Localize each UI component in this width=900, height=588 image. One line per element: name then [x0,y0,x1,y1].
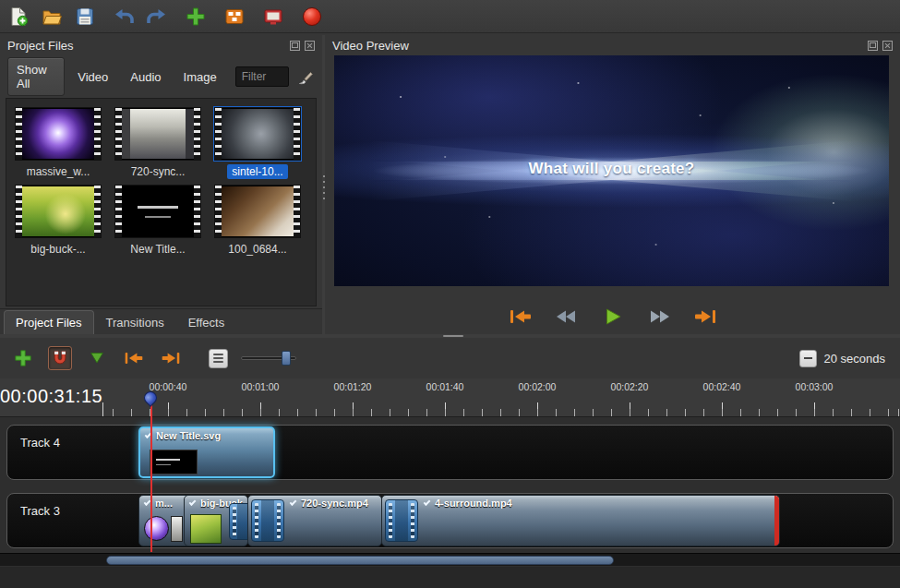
file-item-sintel[interactable]: sintel-10... [208,104,307,182]
file-item-720-sync[interactable]: 720-sync... [108,104,208,182]
track-3[interactable]: Track 3 m... big-buck- [6,493,894,548]
redo-button[interactable] [144,4,170,30]
play-button[interactable] [599,306,627,327]
video-display: What will you create? [334,55,889,286]
clip-thumbnail [150,450,198,474]
tab-project-files[interactable]: Project Files [4,310,94,334]
fullscreen-button[interactable] [260,4,286,30]
tab-effects[interactable]: Effects [176,310,237,334]
snapping-toggle-button[interactable] [48,346,72,370]
add-track-plus-icon [14,349,32,367]
float-panel-icon[interactable] [290,41,300,51]
add-marker-icon [88,349,106,367]
add-track-button[interactable] [11,346,35,370]
profile-icon [224,6,245,27]
new-project-button[interactable] [6,4,31,30]
previous-marker-icon [124,350,144,366]
filter-tab-show-all[interactable]: Show All [7,57,65,96]
film-icon [251,499,284,542]
clip-label: 4-surround.mp4 [435,498,512,509]
jump-to-end-icon [693,308,717,325]
choose-profile-button[interactable] [222,4,247,30]
fast-forward-button[interactable] [645,306,673,327]
center-on-playhead-button[interactable] [209,349,228,368]
rewind-button[interactable] [553,306,581,327]
save-project-button[interactable] [72,4,98,30]
clip-menu-icon[interactable] [424,498,431,506]
filter-tab-image[interactable]: Image [174,65,226,90]
add-marker-button[interactable] [85,346,109,370]
fast-forward-icon [647,308,671,325]
play-icon [604,307,622,326]
filter-tab-audio[interactable]: Audio [121,65,170,90]
new-project-icon [8,6,29,27]
main-toolbar [0,0,900,33]
open-project-button[interactable] [39,4,65,30]
scrollbar-thumb[interactable] [106,556,614,565]
next-marker-button[interactable] [159,346,183,370]
file-label: 100_0684... [223,242,291,257]
project-files-header: Project Files [0,35,322,55]
file-thumbnail [114,185,201,238]
filter-tab-video[interactable]: Video [68,65,117,90]
next-marker-icon [161,350,181,366]
close-panel-icon[interactable] [305,41,315,51]
jump-to-start-button[interactable] [507,306,534,327]
brush-icon [296,67,315,86]
float-panel-icon[interactable] [868,41,878,51]
file-thumbnail [214,107,301,161]
clip-label: m... [155,498,173,509]
undo-button[interactable] [111,4,137,30]
zoom-slider[interactable] [241,349,296,367]
timeline-horizontal-scrollbar[interactable] [0,553,900,566]
export-video-button[interactable] [299,4,325,30]
clip-720-sync[interactable]: 720-sync.mp4 [247,495,382,546]
plus-icon [186,6,206,27]
file-label: big-buck-... [26,242,90,257]
filter-input[interactable] [235,66,289,87]
ruler-label: 00:00:40 [150,381,187,392]
ruler-label: 00:03:00 [796,381,834,392]
timeline-empty-area [0,567,900,588]
ruler-label: 00:02:40 [703,381,741,392]
clip-label: 720-sync.mp4 [301,498,368,509]
clip-menu-icon[interactable] [189,498,197,506]
left-panel-tabs: Project Files Transitions Effects [0,308,322,334]
ruler-label: 00:02:20 [611,381,649,392]
clip-label: New Title.svg [156,430,221,441]
clip-big-buck[interactable]: big-buck- [184,495,248,546]
previous-marker-button[interactable] [122,346,146,370]
project-files-panel: Project Files Show All Video Audio Image… [0,35,322,334]
clip-trim-end-handle[interactable] [774,496,779,546]
file-thumbnail [214,185,301,238]
clip-menu-icon[interactable] [290,498,297,506]
video-preview-header: Video Preview [325,35,900,55]
clip-new-title[interactable]: New Title.svg [138,426,275,478]
close-panel-icon[interactable] [882,41,893,51]
tab-transitions[interactable]: Transitions [94,310,176,334]
redo-icon [147,6,167,27]
ruler-label: 00:02:00 [519,381,557,392]
openshot-window: Project Files Show All Video Audio Image… [0,0,900,588]
video-preview-title: Video Preview [332,39,409,53]
timeline-ruler[interactable]: 00:00:40 00:01:00 00:01:20 00:01:40 00:0… [96,378,900,416]
clear-filter-button[interactable] [296,66,315,88]
file-label: sintel-10... [227,164,287,179]
project-files-grid: massive_w... 720-sync... sintel-10... bi… [6,98,317,306]
zoom-slider-handle[interactable] [282,351,291,366]
file-label: massive_w... [22,164,95,179]
jump-to-end-button[interactable] [691,306,719,327]
timeline-tracks-area: Track 4 New Title.svg Track 3 m... [0,417,900,588]
zoom-scale-icon[interactable] [799,350,817,367]
file-item-big-buck[interactable]: big-buck-... [8,182,108,259]
ruler-label: 00:01:20 [334,381,372,392]
ruler-minor-ticks [96,409,900,416]
file-item-massive[interactable]: massive_w... [8,104,108,182]
track-4[interactable]: Track 4 New Title.svg [6,425,894,480]
file-item-100-0684[interactable]: 100_0684... [208,182,307,259]
video-preview-panel: Video Preview What will you create? [325,35,900,334]
clip-surround[interactable]: 4-surround.mp4 [381,495,780,546]
import-files-button[interactable] [183,4,209,30]
current-time-display: 00:00:31:15 [0,386,96,407]
file-item-new-title[interactable]: New Title... [108,182,208,259]
